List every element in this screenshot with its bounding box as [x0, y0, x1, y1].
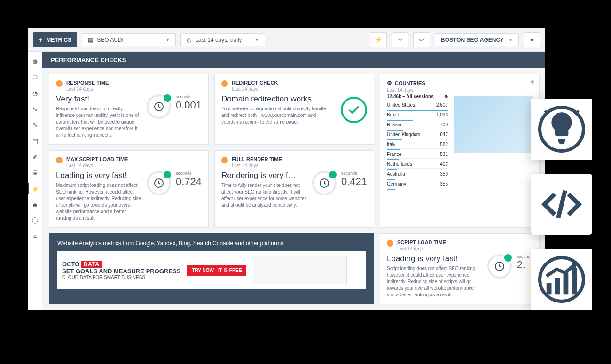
lightbulb-icon [538, 106, 585, 153]
sparkle-button[interactable]: ✧ [392, 32, 408, 47]
gauge-icon[interactable]: ◔ [31, 89, 39, 97]
bulb-icon [221, 157, 228, 163]
grid-icon: ▦ [88, 37, 93, 43]
status-dot [329, 171, 337, 178]
daterange-dropdown[interactable]: ◴Last 14 days, daily ▼ [180, 33, 265, 46]
svg-line-6 [575, 111, 579, 114]
range-label: Last 14 days, daily [195, 37, 242, 43]
gauge-icon [487, 254, 512, 279]
sidebar: ◍ ⚇ ◔ ∿ ✎ ▤ ✐ 🏛 ⚡ ☻ ⓘ ⌗ [28, 52, 42, 310]
metric-value: 0.001 [176, 99, 202, 111]
globe-icon[interactable]: ◍ [31, 57, 39, 65]
card-subtitle: Last 14 days [66, 163, 202, 168]
card-desc: Maximum script loading does not affect S… [56, 182, 142, 222]
bug-icon[interactable]: ⌗ [31, 233, 39, 240]
octo-data-logo: OCTODATA [62, 261, 180, 268]
card-script-load: SCRIPT LOAD TIMELast 14 days Loading is … [380, 233, 540, 304]
check-circle-icon [341, 97, 367, 123]
growth-chart-icon [538, 256, 585, 303]
try-now-button[interactable]: TRY NOW - IT IS FREE [187, 265, 246, 276]
gear-icon[interactable]: ⚙ [387, 80, 392, 86]
share-button[interactable]: <▾ [413, 32, 430, 47]
svg-rect-8 [555, 278, 560, 294]
plug-icon: ⚡ [375, 36, 382, 43]
caret-down-icon: ▼ [165, 38, 170, 42]
card-title: MAX SCRIPT LOAD TIME [66, 156, 202, 162]
card-headline: Loading is very fast! [56, 171, 142, 180]
expand-icon[interactable]: ⊕ [444, 94, 448, 99]
sparkle-icon: ✧ [398, 36, 403, 43]
bulb-icon [56, 80, 63, 87]
status-dot [164, 94, 171, 102]
country-row: France531 [387, 150, 448, 159]
tile-idea [531, 99, 592, 160]
gauge-icon [147, 171, 171, 195]
card-subtitle: Last 14 days [66, 86, 202, 92]
card-headline: Very fast! [56, 94, 142, 104]
code-icon [541, 184, 582, 225]
move-icon[interactable]: ✥ [530, 79, 534, 85]
metric-value: 0.724 [176, 176, 202, 188]
card-subtitle: Last 14 days [387, 87, 533, 93]
menu-button[interactable]: ≡ [524, 32, 540, 47]
agency-label: BOSTON SEO AGENCY [441, 37, 504, 43]
card-title: REDIRECT CHECK [232, 80, 367, 85]
country-row: United States2,607 [387, 101, 448, 109]
plug-icon[interactable]: ⚡ [31, 185, 39, 193]
gauge-icon [147, 94, 171, 119]
audit-dropdown[interactable]: ▦SEO AUDIT ▼ [82, 33, 176, 46]
banner-preview-image [253, 256, 347, 284]
banner-sub: CLOUD DATA FOR SMART BUSINESS [62, 275, 180, 280]
metric-value: 0.421 [341, 176, 367, 188]
card-headline: Rendering is very f… [221, 171, 307, 180]
bulb-icon [56, 157, 63, 163]
edit-icon[interactable]: ✎ [31, 121, 39, 129]
status-dot [164, 171, 171, 178]
clock-icon: ◴ [187, 37, 191, 43]
hamburger-icon: ≡ [530, 36, 534, 43]
card-max-script: MAX SCRIPT LOAD TIMELast 14 days Loading… [49, 150, 209, 228]
card-title: SCRIPT LOAD TIME [397, 240, 533, 245]
status-dot [504, 254, 512, 262]
metric-unit: seconds [176, 94, 202, 99]
info-icon[interactable]: ⓘ [31, 217, 39, 225]
card-desc: Script loading does not affect SEO ranki… [387, 265, 483, 298]
card-title: RESPONSE TIME [66, 80, 202, 85]
banner-title: SET GOALS AND MEASURE PROGRESS [62, 268, 180, 275]
card-desc: Response time does not directly influenc… [56, 106, 142, 139]
bulb-icon [221, 80, 228, 87]
plug-button[interactable]: ⚡ [370, 32, 387, 47]
tile-code [531, 174, 592, 235]
country-row: United Kingdom647 [387, 131, 448, 139]
plus-icon: + [39, 36, 42, 44]
agency-dropdown[interactable]: BOSTON SEO AGENCY ▼ [435, 33, 519, 46]
country-row: Brazil1,096 [387, 111, 448, 119]
clipboard-icon[interactable]: ▤ [31, 137, 39, 145]
metrics-label: METRICS [46, 37, 71, 43]
card-desc: Your website configuration should correc… [221, 106, 334, 125]
card-title: COUNTRIES [395, 80, 425, 86]
card-redirect-check: REDIRECT CHECK Last 14 days Domain redir… [214, 74, 374, 145]
svg-rect-9 [564, 273, 569, 295]
share-icon: < [419, 36, 423, 43]
bank-icon[interactable]: 🏛 [31, 169, 39, 177]
total-sessions: 12.46k – All sessions [387, 94, 434, 99]
gauge-icon [312, 171, 337, 195]
card-subtitle: Last 14 days [397, 246, 533, 251]
svg-line-5 [545, 111, 548, 114]
banner-heading: Website Analytics metrics from Google, Y… [57, 240, 366, 247]
users-icon[interactable]: ⚇ [31, 73, 39, 81]
metric-unit: seconds [176, 171, 202, 176]
main-content: PERFORMANCE CHECKS RESPONSE TIME Last 14… [42, 52, 545, 310]
pencil-icon[interactable]: ✐ [31, 153, 39, 161]
user-icon[interactable]: ☻ [31, 201, 39, 209]
chart-icon[interactable]: ∿ [31, 105, 39, 113]
country-row: Germany355 [387, 180, 448, 188]
metric-value: 2. [517, 259, 533, 271]
audit-label: SEO AUDIT [97, 37, 127, 43]
country-row: Italy582 [387, 140, 448, 149]
card-full-render: FULL RENDER TIMELast 14 days Rendering i… [214, 150, 374, 228]
card-countries: ✥ ⚙ COUNTRIES Last 14 days 12.46k – All … [380, 74, 540, 228]
metrics-button[interactable]: + METRICS [33, 32, 77, 47]
card-title: FULL RENDER TIME [232, 156, 367, 162]
